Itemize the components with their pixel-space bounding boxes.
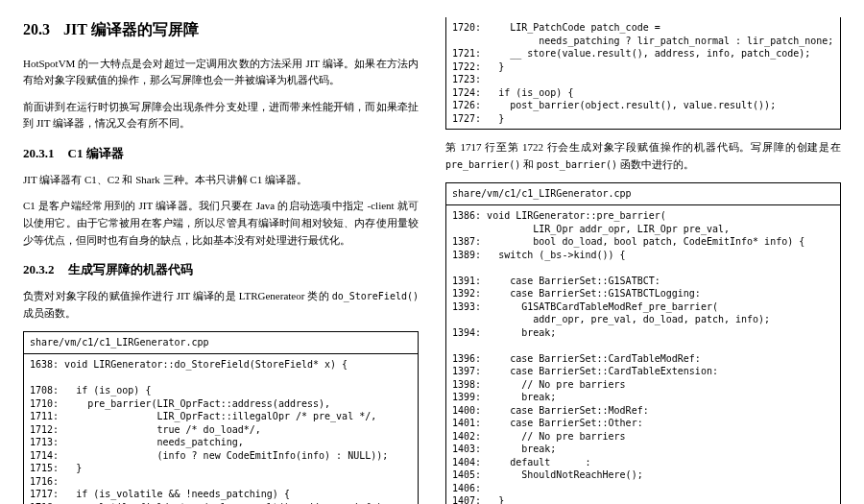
text-run: 成员函数。 bbox=[23, 307, 76, 319]
code-filepath: share/vm/c1/c1_LIRGenerator.cpp bbox=[446, 183, 840, 205]
paragraph: 第 1717 行至第 1722 行会生成对象字段赋值操作的机器代码。写屏障的创建… bbox=[445, 139, 841, 173]
right-column: 1720: LIR_PatchCode patch_code = needs_p… bbox=[432, 0, 864, 504]
subsection-title: C1 编译器 bbox=[68, 146, 124, 160]
code-body: 1386: void LIRGenerator::pre_barrier( LI… bbox=[446, 205, 840, 504]
subsection-heading: 20.3.2生成写屏障的机器代码 bbox=[23, 260, 419, 280]
code-body: 1720: LIR_PatchCode patch_code = needs_p… bbox=[446, 17, 840, 129]
left-column: 20.3JIT 编译器的写屏障 HotSpotVM 的一大特点是会对超过一定调用… bbox=[0, 0, 432, 504]
section-title: JIT 编译器的写屏障 bbox=[63, 21, 199, 37]
text-run: 和 bbox=[520, 158, 537, 170]
code-body: 1638: void LIRGenerator::do_StoreField(S… bbox=[24, 354, 418, 504]
inline-code: pre_barrier() bbox=[445, 159, 520, 170]
paragraph: 前面讲到在运行时切换写屏障会出现条件分支处理，进而带来性能开销，而如果牵扯到 J… bbox=[23, 99, 419, 132]
subsection-number: 20.3.1 bbox=[23, 146, 55, 160]
text-run: 负责对对象字段的赋值操作进行 JIT 编译的是 LTRGenerateor 类的 bbox=[23, 290, 332, 301]
subsection-title: 生成写屏障的机器代码 bbox=[68, 262, 193, 276]
paragraph: HotSpotVM 的一大特点是会对超过一定调用次数的方法采用 JIT 编译。如… bbox=[23, 56, 419, 89]
inline-code: do_StoreField() bbox=[332, 291, 419, 301]
paragraph: C1 是客户端经常用到的 JIT 编译器。我们只要在 Java 的启动选项中指定… bbox=[23, 198, 419, 249]
paragraph: 负责对对象字段的赋值操作进行 JIT 编译的是 LTRGenerateor 类的… bbox=[23, 288, 419, 322]
subsection-heading: 20.3.1C1 编译器 bbox=[23, 144, 419, 164]
code-filepath: share/vm/c1/c1_LIRGenerator.cpp bbox=[24, 332, 418, 354]
code-listing: share/vm/c1/c1_LIRGenerator.cpp 1638: vo… bbox=[23, 331, 419, 504]
paragraph: JIT 编译器有 C1、C2 和 Shark 三种。本书只讲解 C1 编译器。 bbox=[23, 172, 419, 189]
section-heading: 20.3JIT 编译器的写屏障 bbox=[23, 17, 419, 42]
section-number: 20.3 bbox=[23, 21, 50, 37]
inline-code: post_barrier() bbox=[537, 159, 617, 170]
subsection-number: 20.3.2 bbox=[23, 262, 55, 276]
text-run: 第 1717 行至第 1722 行会生成对象字段赋值操作的机器代码。写屏障的创建… bbox=[445, 141, 841, 153]
code-listing: share/vm/c1/c1_LIRGenerator.cpp 1386: vo… bbox=[445, 182, 841, 504]
text-run: 函数中进行的。 bbox=[617, 158, 694, 170]
code-listing-continued: 1720: LIR_PatchCode patch_code = needs_p… bbox=[445, 17, 841, 130]
